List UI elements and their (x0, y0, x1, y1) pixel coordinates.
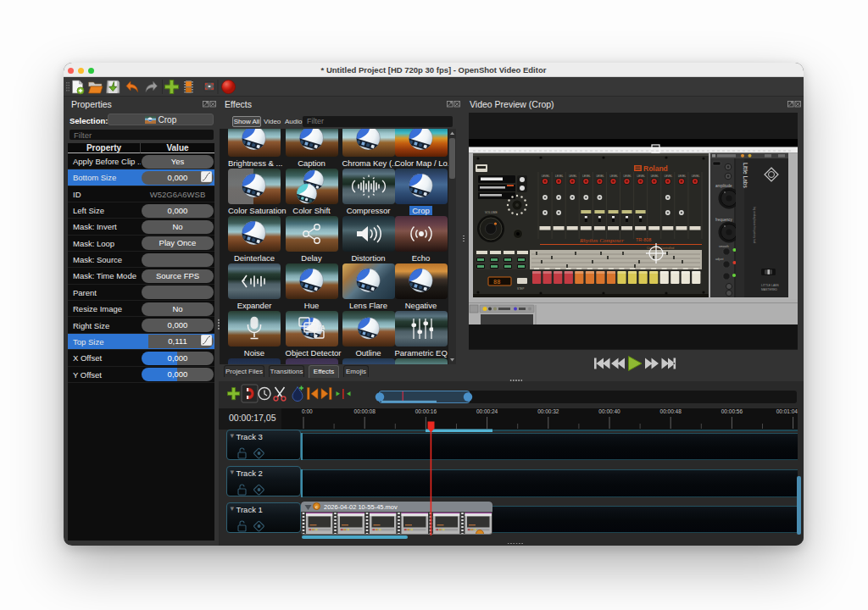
svg-text:88: 88 (493, 279, 500, 286)
svg-text:LEVEL: LEVEL (610, 175, 619, 178)
svg-text:Little Labs: Little Labs (743, 163, 748, 188)
svg-text:LEVEL: LEVEL (542, 175, 550, 178)
svg-text:VOLUME: VOLUME (485, 211, 498, 214)
svg-text:00:00:24: 00:00:24 (476, 408, 498, 414)
svg-text:LEVEL: LEVEL (596, 175, 604, 178)
svg-text:TR-808: TR-808 (636, 237, 651, 242)
svg-text:LEVEL: LEVEL (637, 175, 646, 178)
svg-text:amplitude: amplitude (715, 184, 732, 188)
svg-text:LEVEL: LEVEL (665, 175, 673, 178)
svg-text:00:01:04: 00:01:04 (776, 408, 798, 414)
svg-text:00:00:48: 00:00:48 (660, 408, 682, 414)
svg-text:smooth: smooth (719, 245, 729, 248)
svg-text:LEVEL: LEVEL (569, 175, 577, 178)
svg-text:00:00:56: 00:00:56 (721, 408, 743, 414)
svg-text:LEVEL: LEVEL (555, 175, 564, 178)
svg-text:big analog bass frequency tool: big analog bass frequency tool (753, 207, 756, 244)
svg-text:00:00:32: 00:00:32 (537, 408, 559, 414)
svg-text:MASTERED: MASTERED (761, 288, 777, 291)
svg-text:00:00:16: 00:00:16 (415, 408, 437, 414)
svg-text:00:00:40: 00:00:40 (598, 408, 620, 414)
svg-text:LEVEL: LEVEL (582, 175, 591, 178)
svg-text:LEVEL: LEVEL (651, 175, 659, 178)
svg-text:00:00:08: 00:00:08 (354, 408, 376, 414)
svg-text:Rhythm Composer: Rhythm Composer (579, 237, 624, 244)
svg-text:0:00: 0:00 (302, 408, 313, 414)
svg-text:adjust: adjust (715, 258, 724, 261)
svg-text:LITTLE LABS: LITTLE LABS (761, 284, 779, 287)
svg-text:LEVEL: LEVEL (692, 175, 700, 178)
svg-text:frequency: frequency (715, 218, 733, 222)
svg-text:Roland: Roland (643, 164, 668, 173)
svg-text:00:00:17,05: 00:00:17,05 (229, 413, 276, 423)
svg-text:LEVEL: LEVEL (678, 175, 687, 178)
svg-text:LEVEL: LEVEL (624, 175, 632, 178)
svg-text:STEP: STEP (517, 287, 524, 291)
